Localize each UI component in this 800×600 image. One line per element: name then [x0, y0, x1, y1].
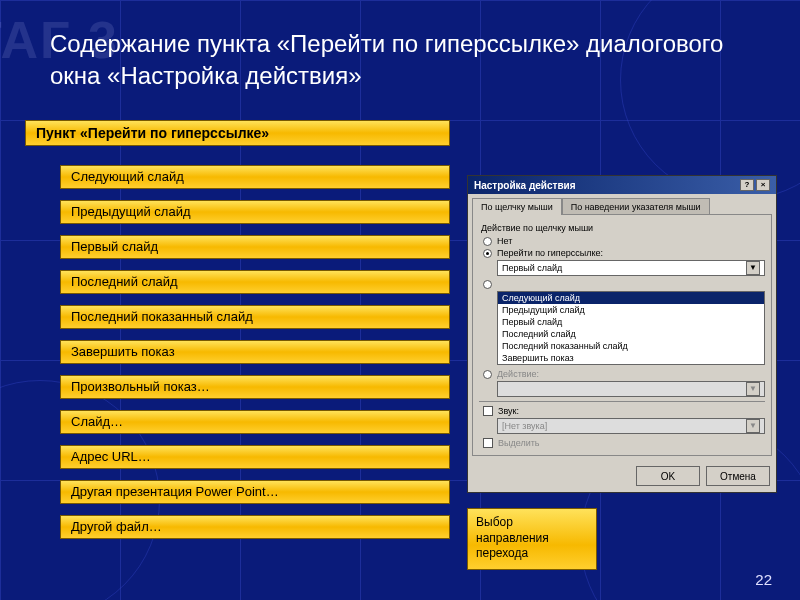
radio-action: Действие:	[483, 369, 765, 379]
hyperlink-listbox[interactable]: Следующий слайд Предыдущий слайд Первый …	[497, 291, 765, 365]
close-icon[interactable]: ×	[756, 179, 770, 191]
dialog-window: Настройка действия ? × По щелчку мыши По…	[467, 175, 777, 493]
dialog-body: Действие по щелчку мыши Нет Перейти по г…	[472, 214, 772, 456]
list-item: Последний показанный слайд	[60, 305, 450, 329]
action-combo: ▼	[497, 381, 765, 397]
page-title: Содержание пункта «Перейти по гиперссылк…	[50, 28, 750, 93]
list-item: Адрес URL…	[60, 445, 450, 469]
page-number: 22	[755, 571, 772, 588]
list-item: Произвольный показ…	[60, 375, 450, 399]
radio-action-label: Действие:	[497, 369, 539, 379]
checkbox-icon	[483, 406, 493, 416]
list-option[interactable]: Завершить показ	[498, 352, 764, 364]
hyperlink-combo[interactable]: Первый слайд ▼	[497, 260, 765, 276]
chevron-down-icon[interactable]: ▼	[746, 261, 760, 275]
combo-value: Первый слайд	[502, 263, 562, 273]
radio-empty-1[interactable]	[483, 280, 765, 289]
checkbox-highlight: Выделить	[483, 438, 765, 448]
ok-button[interactable]: OK	[636, 466, 700, 486]
radio-hyperlink-label: Перейти по гиперссылке:	[497, 248, 603, 258]
list-item: Слайд…	[60, 410, 450, 434]
dialog-title-text: Настройка действия	[474, 180, 576, 191]
tab-click[interactable]: По щелчку мыши	[472, 198, 562, 215]
radio-icon	[483, 249, 492, 258]
list-item: Последний слайд	[60, 270, 450, 294]
list-item: Завершить показ	[60, 340, 450, 364]
sound-value: [Нет звука]	[502, 421, 547, 431]
checkbox-sound[interactable]: Звук:	[483, 406, 765, 416]
radio-icon	[483, 280, 492, 289]
sound-combo: [Нет звука] ▼	[497, 418, 765, 434]
radio-none-label: Нет	[497, 236, 512, 246]
list-option[interactable]: Предыдущий слайд	[498, 304, 764, 316]
list-item: Предыдущий слайд	[60, 200, 450, 224]
tab-hover[interactable]: По наведении указателя мыши	[562, 198, 710, 215]
sound-label: Звук:	[498, 406, 519, 416]
list-option[interactable]: Следующий слайд	[498, 292, 764, 304]
list-item: Следующий слайд	[60, 165, 450, 189]
list-item: Другая презентация Power Point…	[60, 480, 450, 504]
list-item: Первый слайд	[60, 235, 450, 259]
callout-label: Выбор направления перехода	[467, 508, 597, 570]
radio-icon	[483, 237, 492, 246]
help-icon[interactable]: ?	[740, 179, 754, 191]
separator	[479, 401, 765, 402]
radio-hyperlink[interactable]: Перейти по гиперссылке:	[483, 248, 765, 258]
dialog-titlebar[interactable]: Настройка действия ? ×	[468, 176, 776, 194]
radio-none[interactable]: Нет	[483, 236, 765, 246]
list-item: Другой файл…	[60, 515, 450, 539]
section-header: Пункт «Перейти по гиперссылке»	[25, 120, 450, 146]
chevron-down-icon: ▼	[746, 382, 760, 396]
list-option[interactable]: Последний слайд	[498, 328, 764, 340]
highlight-label: Выделить	[498, 438, 540, 448]
checkbox-icon	[483, 438, 493, 448]
list-option[interactable]: Первый слайд	[498, 316, 764, 328]
cancel-button[interactable]: Отмена	[706, 466, 770, 486]
section-label: Действие по щелчку мыши	[481, 223, 765, 233]
radio-icon	[483, 370, 492, 379]
list-option[interactable]: Последний показанный слайд	[498, 340, 764, 352]
chevron-down-icon: ▼	[746, 419, 760, 433]
